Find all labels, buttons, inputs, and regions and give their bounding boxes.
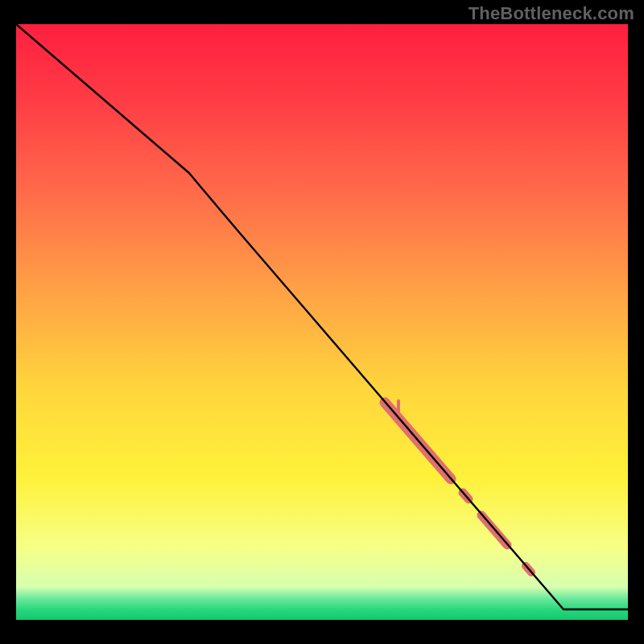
plot-background	[16, 24, 628, 620]
chart-canvas	[0, 0, 644, 644]
chart-stage: TheBottleneck.com	[0, 0, 644, 644]
watermark-text: TheBottleneck.com	[469, 3, 634, 24]
